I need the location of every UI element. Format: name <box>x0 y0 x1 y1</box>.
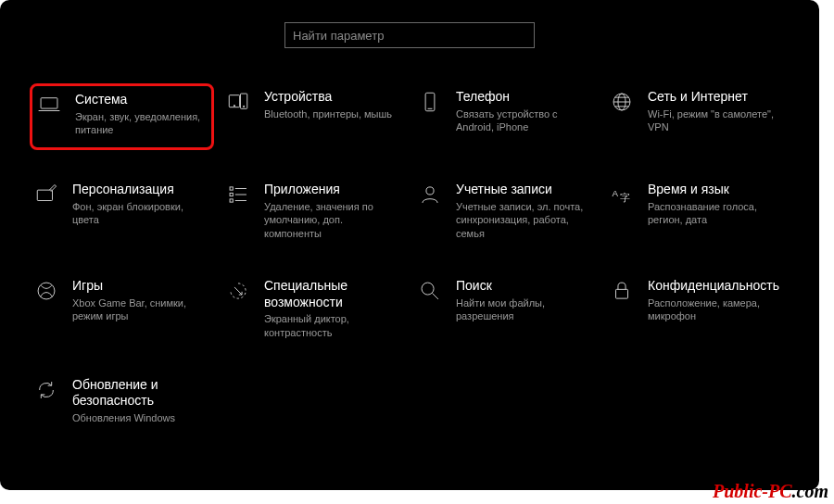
tile-personalization[interactable]: Персонализация Фон, экран блокировки, цв… <box>30 176 214 246</box>
settings-grid: Система Экран, звук, уведомления, питани… <box>30 83 790 438</box>
person-icon <box>417 182 443 208</box>
tile-accounts[interactable]: Учетные записи Учетные записи, эл. почта… <box>413 176 598 246</box>
tile-desc: Учетные записи, эл. почта, синхронизация… <box>456 200 594 242</box>
search-icon <box>513 28 526 44</box>
tile-desc: Bluetooth, принтеры, мышь <box>264 107 392 121</box>
svg-text:字: 字 <box>620 192 630 203</box>
svg-text:A: A <box>612 188 618 198</box>
globe-icon <box>609 89 635 115</box>
language-icon: A字 <box>609 182 635 208</box>
tile-phone[interactable]: Телефон Связать устройство с Android, iP… <box>413 83 598 150</box>
watermark-part1: Public-PC <box>713 481 792 501</box>
watermark: Public-PC.com <box>713 481 828 502</box>
search-input[interactable] <box>293 29 513 43</box>
tile-devices[interactable]: Устройства Bluetooth, принтеры, мышь <box>221 83 406 150</box>
tile-title: Приложения <box>264 182 402 198</box>
tile-desc: Экранный диктор, контрастность <box>264 312 402 340</box>
update-icon <box>33 377 59 403</box>
lock-icon <box>609 278 635 304</box>
tile-system[interactable]: Система Экран, звук, уведомления, питани… <box>30 83 214 150</box>
tile-desc: Фон, экран блокировки, цвета <box>72 200 210 228</box>
svg-point-7 <box>243 106 244 107</box>
tile-desc: Wi-Fi, режим "в самолете", VPN <box>648 107 786 135</box>
xbox-icon <box>33 278 59 304</box>
svg-rect-17 <box>230 193 233 195</box>
tile-desc: Обновления Windows <box>72 411 210 425</box>
tile-apps[interactable]: Приложения Удаление, значения по умолчан… <box>221 176 406 246</box>
tile-ease-of-access[interactable]: Специальные возможности Экранный диктор,… <box>221 272 406 346</box>
tile-desc: Распознавание голоса, регион, дата <box>648 200 786 228</box>
tile-title: Время и язык <box>648 182 786 198</box>
tile-title: Игры <box>72 278 210 295</box>
tile-title: Устройства <box>264 89 392 106</box>
accessibility-icon <box>225 278 251 304</box>
tile-time-language[interactable]: A字 Время и язык Распознавание голоса, ре… <box>605 176 790 246</box>
svg-rect-18 <box>230 199 233 202</box>
svg-rect-2 <box>41 98 57 108</box>
search-box[interactable] <box>284 22 535 48</box>
settings-window: Система Экран, звук, уведомления, питани… <box>0 0 819 490</box>
tile-desc: Удаление, значения по умолчанию, доп. ко… <box>264 200 402 242</box>
tile-title: Сеть и Интернет <box>648 89 786 106</box>
tile-desc: Связать устройство с Android, iPhone <box>456 107 594 135</box>
tile-title: Система <box>75 92 208 108</box>
phone-icon <box>417 89 443 115</box>
tile-title: Персонализация <box>72 182 210 198</box>
tile-gaming[interactable]: Игры Xbox Game Bar, снимки, режим игры <box>30 272 214 346</box>
tile-title: Конфиденциальность <box>648 278 786 295</box>
svg-rect-15 <box>37 190 52 200</box>
tile-desc: Экран, звук, уведомления, питание <box>75 110 208 138</box>
svg-rect-16 <box>230 187 233 190</box>
svg-line-1 <box>522 35 525 39</box>
svg-point-6 <box>234 105 234 106</box>
tile-privacy[interactable]: Конфиденциальность Расположение, камера,… <box>605 272 790 346</box>
tile-title: Поиск <box>456 278 594 295</box>
tile-desc: Найти мои файлы, разрешения <box>456 296 594 324</box>
tile-search[interactable]: Поиск Найти мои файлы, разрешения <box>413 272 598 346</box>
laptop-icon <box>36 92 62 118</box>
svg-rect-28 <box>616 289 628 298</box>
devices-icon <box>225 89 251 115</box>
svg-line-27 <box>432 293 438 299</box>
apps-list-icon <box>225 182 251 208</box>
tile-update[interactable]: Обновление и безопасность Обновления Win… <box>30 372 214 438</box>
watermark-part2: .com <box>792 481 828 501</box>
tile-title: Обновление и безопасность <box>72 377 210 410</box>
tile-title: Специальные возможности <box>264 278 402 310</box>
svg-point-22 <box>426 187 434 195</box>
tile-desc: Расположение, камера, микрофон <box>648 296 786 324</box>
tile-desc: Xbox Game Bar, снимки, режим игры <box>72 296 210 324</box>
search-icon <box>417 278 443 304</box>
search-wrap <box>30 22 790 48</box>
paint-icon <box>33 182 59 208</box>
tile-network[interactable]: Сеть и Интернет Wi-Fi, режим "в самолете… <box>605 83 790 150</box>
svg-point-26 <box>422 283 434 295</box>
tile-title: Учетные записи <box>456 182 594 198</box>
svg-point-0 <box>515 30 522 36</box>
svg-rect-8 <box>425 93 435 111</box>
tile-title: Телефон <box>456 89 594 106</box>
